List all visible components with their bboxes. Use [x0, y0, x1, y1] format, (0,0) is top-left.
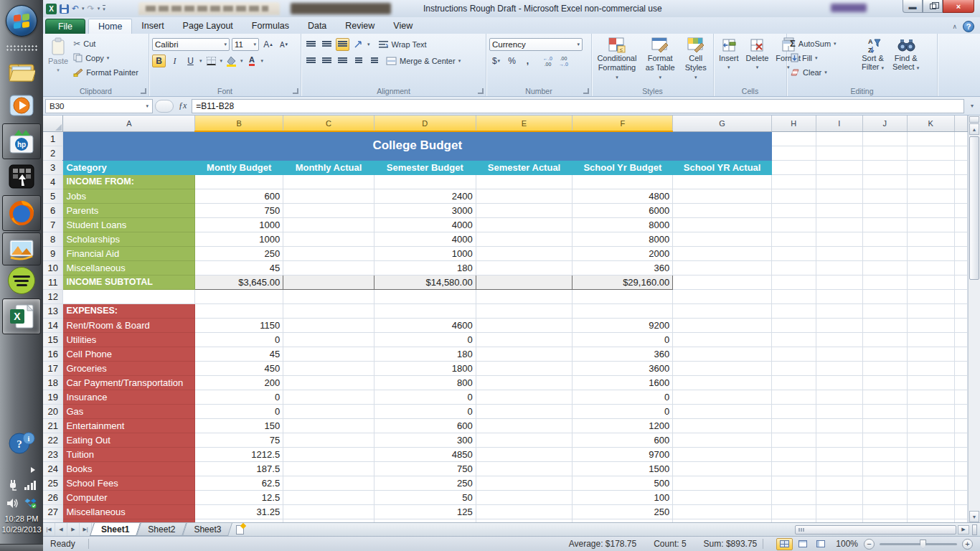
cell-E22[interactable]: [476, 433, 573, 447]
cell-J14[interactable]: [863, 318, 908, 332]
cell-D20[interactable]: 0: [374, 404, 476, 418]
tab-insert[interactable]: Insert: [132, 19, 173, 34]
cell-C19[interactable]: [283, 390, 374, 404]
cell-F24[interactable]: 1500: [573, 461, 673, 476]
column-header-I[interactable]: I: [816, 116, 862, 131]
cell-x21[interactable]: [955, 418, 968, 433]
windows-explorer-button[interactable]: [8, 60, 35, 83]
cell-B10[interactable]: 45: [195, 260, 283, 275]
cell-H20[interactable]: [772, 404, 816, 418]
row-header-26[interactable]: 26: [43, 490, 63, 504]
cell-B15[interactable]: 0: [195, 332, 283, 347]
cell-C18[interactable]: [283, 375, 374, 390]
font-color-dropdown-arrow[interactable]: ▾: [261, 58, 264, 64]
increase-indent-button[interactable]: [367, 55, 381, 67]
horizontal-scrollbar[interactable]: ▶: [795, 523, 980, 536]
cell-B25[interactable]: 62.5: [195, 476, 283, 490]
cell-C6[interactable]: [283, 203, 374, 217]
cell-H18[interactable]: [772, 375, 816, 390]
insert-worksheet-button[interactable]: [230, 523, 249, 536]
column-header-C[interactable]: C: [283, 116, 374, 131]
cell-I25[interactable]: [816, 476, 862, 490]
name-box-dropdown-arrow[interactable]: ▾: [146, 103, 149, 109]
borders-dropdown-arrow[interactable]: ▾: [220, 58, 223, 64]
cell-E18[interactable]: [476, 375, 573, 390]
cell-I6[interactable]: [816, 203, 862, 217]
cell-x22[interactable]: [955, 433, 968, 447]
clipboard-dialog-launcher[interactable]: [141, 88, 146, 94]
column-header-H[interactable]: H: [772, 116, 816, 131]
column-header-J[interactable]: J: [863, 116, 908, 131]
row-header-23[interactable]: 23: [43, 447, 63, 461]
minimize-ribbon-button[interactable]: ∧: [952, 23, 957, 30]
cell-x24[interactable]: [955, 461, 968, 476]
cell-x12[interactable]: [955, 289, 968, 303]
cell-J27[interactable]: [863, 504, 908, 519]
fill-button[interactable]: Fill▾: [790, 52, 856, 64]
cell-E3[interactable]: Semester Actual: [476, 160, 573, 174]
cell-B6[interactable]: 750: [195, 203, 283, 217]
autosum-button[interactable]: ΣAutoSum▾: [790, 37, 856, 50]
cell-x11[interactable]: [955, 275, 968, 289]
excel-logo-icon[interactable]: X: [46, 4, 57, 14]
cell-B23[interactable]: 1212.5: [195, 447, 283, 461]
cell-E12[interactable]: [476, 289, 573, 303]
cell-K20[interactable]: [907, 404, 954, 418]
underline-button[interactable]: U: [184, 55, 197, 67]
vertical-scroll-track[interactable]: [969, 135, 979, 511]
column-header-D[interactable]: D: [374, 116, 476, 131]
cell-x14[interactable]: [955, 318, 968, 332]
cell-B18[interactable]: 200: [195, 375, 283, 390]
cell-C27[interactable]: [283, 504, 374, 519]
cell-x19[interactable]: [955, 390, 968, 404]
cell-D22[interactable]: 300: [374, 433, 476, 447]
cell-I2[interactable]: [816, 146, 862, 160]
cell-K7[interactable]: [907, 217, 954, 232]
cell-C17[interactable]: [283, 361, 374, 375]
zoom-slider-track[interactable]: [880, 543, 957, 545]
cell-H2[interactable]: [772, 146, 816, 160]
cell-J24[interactable]: [863, 461, 908, 476]
cell-D7[interactable]: 4000: [374, 217, 476, 232]
excel-taskbar-button[interactable]: X: [2, 298, 41, 334]
cell-I19[interactable]: [816, 390, 862, 404]
cell-G5[interactable]: [673, 189, 772, 203]
cell-J1[interactable]: [863, 131, 908, 146]
page-layout-view-button[interactable]: [794, 538, 811, 550]
cell-D13[interactable]: [374, 303, 476, 318]
spotify-button[interactable]: [8, 267, 35, 294]
cell-A27[interactable]: Miscellaneous: [63, 504, 195, 519]
cell-D23[interactable]: 4850: [374, 447, 476, 461]
cell-I9[interactable]: [816, 246, 862, 260]
page-break-view-button[interactable]: [812, 538, 829, 550]
redo-button[interactable]: ↷: [88, 4, 95, 14]
cell-B8[interactable]: 1000: [195, 232, 283, 246]
align-right-button[interactable]: [336, 55, 349, 67]
orientation-dropdown-arrow[interactable]: ▾: [367, 42, 370, 47]
tab-page-layout[interactable]: Page Layout: [174, 19, 242, 34]
cell-G8[interactable]: [673, 232, 772, 246]
cell-x25[interactable]: [955, 476, 968, 490]
cell-J11[interactable]: [863, 275, 908, 289]
cell-A10[interactable]: Miscellaneous: [63, 260, 195, 275]
cell-F20[interactable]: 0: [573, 404, 673, 418]
cell-B20[interactable]: 0: [195, 404, 283, 418]
cell-D3[interactable]: Semester Budget: [374, 160, 476, 174]
cell-E20[interactable]: [476, 404, 573, 418]
help-button[interactable]: ?: [963, 21, 974, 32]
cell-B16[interactable]: 45: [195, 347, 283, 361]
cell-K16[interactable]: [907, 347, 954, 361]
cell-I21[interactable]: [816, 418, 862, 433]
row-header-17[interactable]: 17: [43, 361, 63, 375]
cell-J10[interactable]: [863, 260, 908, 275]
cell-D6[interactable]: 3000: [374, 203, 476, 217]
cell-K19[interactable]: [907, 390, 954, 404]
cell-K26[interactable]: [907, 490, 954, 504]
top-align-button[interactable]: [304, 38, 318, 51]
cell-E9[interactable]: [476, 246, 573, 260]
cell-H23[interactable]: [772, 447, 816, 461]
number-format-combo[interactable]: Currency▾: [489, 38, 583, 51]
cell-J13[interactable]: [863, 303, 908, 318]
cell-x13[interactable]: [955, 303, 968, 318]
shrink-font-button[interactable]: A▾: [277, 38, 291, 51]
